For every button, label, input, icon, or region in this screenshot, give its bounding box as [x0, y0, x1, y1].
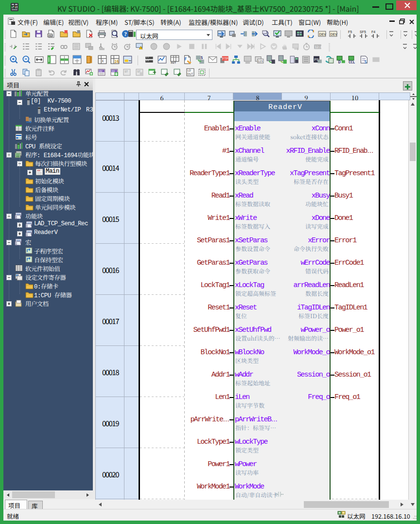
svg-text:KV: KV: [99, 69, 103, 73]
svg-text:?: ?: [124, 31, 127, 37]
svg-text:DEV: DEV: [319, 33, 326, 36]
svg-text:S: S: [365, 59, 367, 64]
svg-text:12:00: 12:00: [315, 45, 322, 49]
svg-text:INIT: INIT: [171, 61, 176, 64]
svg-text:OUT: OUT: [187, 72, 193, 76]
svg-text:F5: F5: [348, 30, 352, 34]
svg-text:DEV: DEV: [331, 33, 337, 36]
svg-text:FTP: FTP: [222, 57, 228, 60]
svg-text:16: 16: [114, 58, 119, 64]
svg-text:X: X: [102, 58, 104, 63]
svg-text:D: D: [338, 59, 341, 64]
svg-text:F: F: [185, 55, 187, 61]
svg-text:ST: ST: [124, 69, 128, 73]
svg-text:F4: F4: [371, 30, 375, 34]
svg-text:123: 123: [258, 59, 263, 63]
svg-text:!: !: [141, 46, 142, 49]
svg-text:CCL: CCL: [349, 59, 355, 64]
svg-text:SF5: SF5: [360, 30, 366, 34]
svg-text:S: S: [201, 55, 203, 60]
